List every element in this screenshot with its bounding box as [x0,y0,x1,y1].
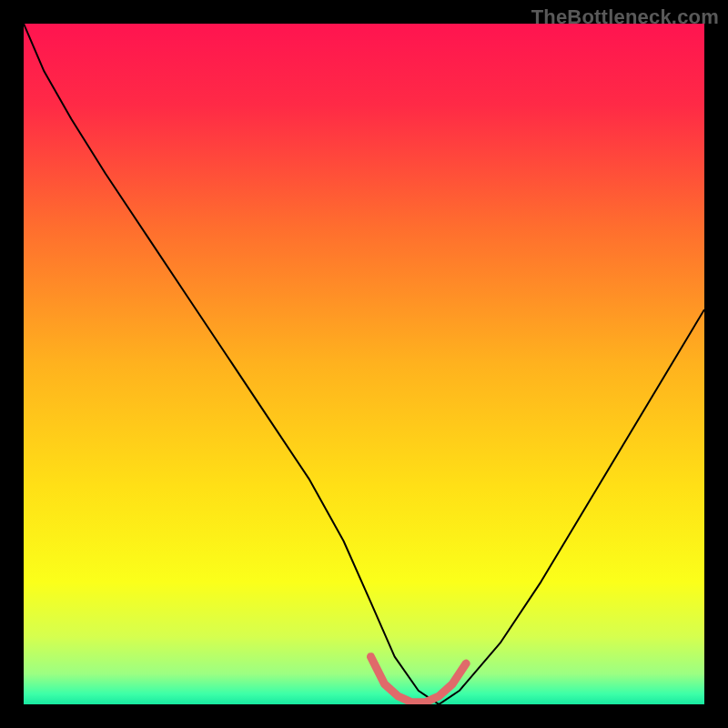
chart-frame: TheBottleneck.com [0,0,728,728]
watermark-text: TheBottleneck.com [531,5,719,29]
gradient-background [24,24,704,704]
plot-area [24,24,704,704]
bottleneck-chart [24,24,704,704]
